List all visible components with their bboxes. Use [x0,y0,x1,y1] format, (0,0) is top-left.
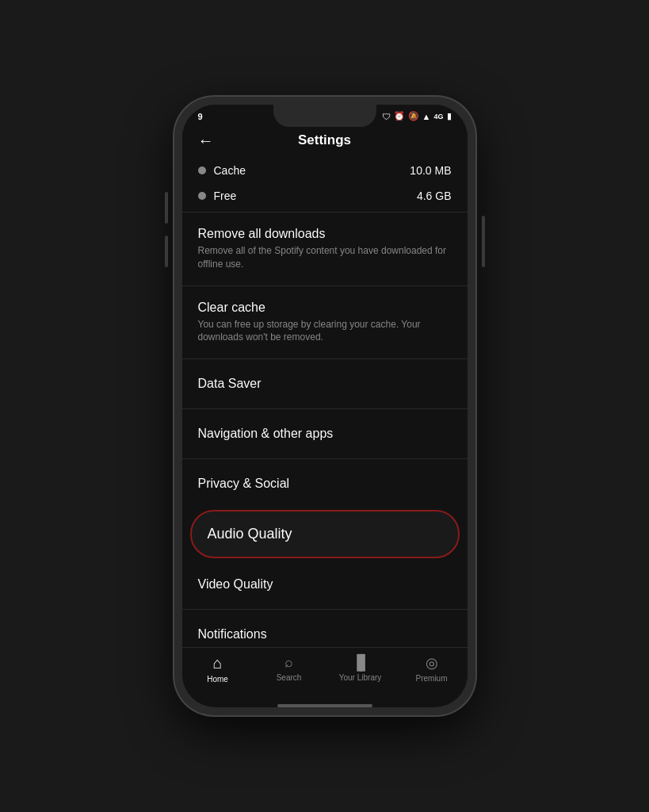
divider-3 [182,358,468,359]
free-value: 4.6 GB [417,190,452,202]
data-saver-title: Data Saver [198,377,452,391]
phone-frame: 9 🛡 ⏰ 🔕 ▲ 4G ▮ ← Settings Cache 10.0 [174,97,475,715]
shield-icon: 🛡 [382,112,391,121]
nav-premium[interactable]: ◎ Premium [396,654,468,684]
nav-home[interactable]: ⌂ Home [182,654,254,684]
divider-4 [182,408,468,409]
home-icon: ⌂ [212,654,222,672]
video-quality-title: Video Quality [198,577,452,592]
bottom-navigation: ⌂ Home ⌕ Search ▐▌ Your Library ◎ Premiu… [182,647,468,699]
clear-cache-item[interactable]: Clear cache You can free up storage by c… [182,289,468,356]
free-label: Free [214,190,409,202]
premium-label: Premium [415,674,447,683]
storage-section: Cache 10.0 MB Free 4.6 GB [182,158,468,209]
volume-down-button[interactable] [165,236,168,267]
clear-cache-title: Clear cache [198,301,452,315]
bell-icon: 🔕 [408,111,419,121]
phone-screen: 9 🛡 ⏰ 🔕 ▲ 4G ▮ ← Settings Cache 10.0 [182,105,468,707]
premium-icon: ◎ [426,654,438,672]
page-title: Settings [298,132,351,148]
audio-quality-item[interactable]: Audio Quality [190,510,460,558]
status-icons: 🛡 ⏰ 🔕 ▲ 4G ▮ [382,111,452,121]
clear-cache-desc: You can free up storage by clearing your… [198,318,452,345]
free-dot [198,192,206,200]
audio-quality-title: Audio Quality [208,526,442,542]
library-label: Your Library [339,673,382,682]
home-label: Home [207,675,228,684]
free-item: Free 4.6 GB [198,183,452,209]
data-saver-item[interactable]: Data Saver [182,362,468,405]
navigation-item[interactable]: Navigation & other apps [182,412,468,455]
library-icon: ▐▌ [352,654,369,671]
cache-item: Cache 10.0 MB [198,158,452,183]
back-button[interactable]: ← [198,132,214,150]
cache-value: 10.0 MB [410,164,451,177]
wifi-icon: ▲ [422,112,431,121]
alarm-icon: ⏰ [394,111,405,121]
header: ← Settings [182,124,468,158]
remove-downloads-desc: Remove all of the Spotify content you ha… [198,244,452,271]
cache-label: Cache [214,164,403,177]
notifications-title: Notifications [198,627,452,642]
search-label: Search [277,673,302,682]
divider-6 [182,609,468,610]
divider-5 [182,458,468,459]
divider-1 [182,212,468,213]
status-time: 9 [198,112,203,121]
navigation-title: Navigation & other apps [198,427,452,441]
privacy-title: Privacy & Social [198,477,452,491]
volume-up-button[interactable] [165,192,168,224]
nav-search[interactable]: ⌕ Search [254,654,325,684]
home-indicator [277,704,372,707]
notifications-item[interactable]: Notifications [182,613,468,647]
search-icon: ⌕ [284,654,293,671]
remove-downloads-item[interactable]: Remove all downloads Remove all of the S… [182,216,468,282]
signal-icon: 4G [433,113,443,121]
privacy-item[interactable]: Privacy & Social [182,462,468,505]
remove-downloads-title: Remove all downloads [198,227,452,241]
cache-dot [198,167,206,174]
notch [273,105,376,127]
divider-2 [182,285,468,286]
nav-library[interactable]: ▐▌ Your Library [325,654,396,684]
video-quality-item[interactable]: Video Quality [182,563,468,606]
settings-content[interactable]: Cache 10.0 MB Free 4.6 GB Remove all dow… [182,158,468,647]
power-button[interactable] [482,216,485,267]
battery-icon: ▮ [447,111,452,121]
